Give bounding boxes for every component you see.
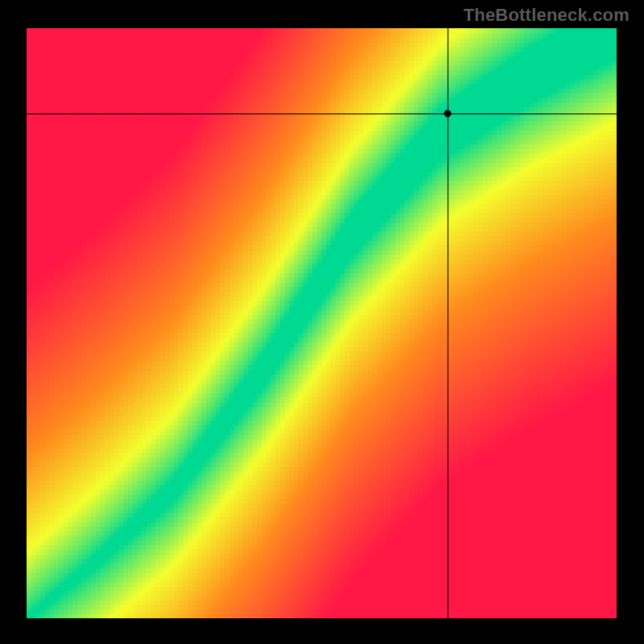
crosshair-horizontal — [27, 114, 617, 114]
watermark-label: TheBottleneck.com — [464, 5, 630, 26]
heatmap-plot — [27, 28, 617, 618]
chart-stage: TheBottleneck.com — [0, 0, 644, 644]
heatmap-canvas — [27, 28, 617, 618]
marker-dot — [444, 110, 451, 118]
